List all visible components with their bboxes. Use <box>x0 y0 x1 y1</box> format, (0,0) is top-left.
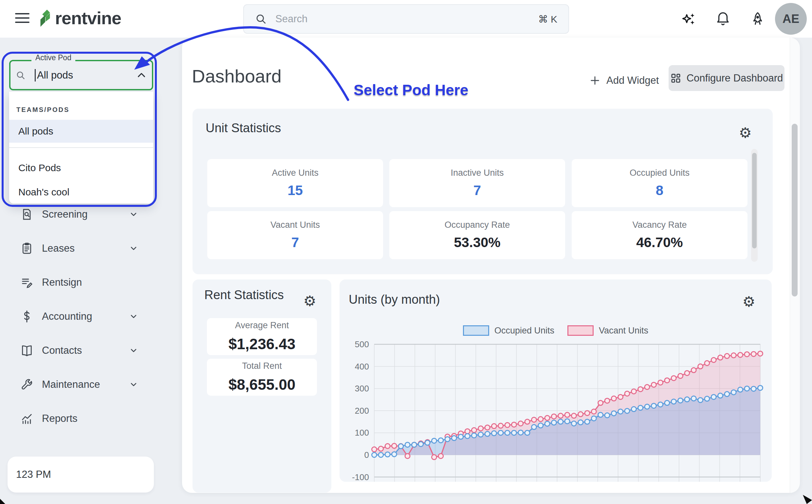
screening-icon <box>20 208 33 221</box>
active-pod-value: All pods <box>37 69 136 81</box>
units-chart-svg: 5004003002001000-100 <box>339 279 772 482</box>
contacts-book-icon <box>20 344 33 357</box>
dropdown-section-header: TEAMS/PODS <box>16 106 69 114</box>
chevron-down-icon <box>129 210 138 219</box>
chart-legend: Occupied Units Vacant Units <box>339 325 772 336</box>
sidebar-item-reports[interactable]: Reports <box>0 407 154 430</box>
top-header: rentvine Search ⌘ K <box>0 0 812 38</box>
legend-swatch-occupied <box>463 325 489 336</box>
card-title: Unit Statistics <box>206 121 281 135</box>
card-title: Rent Statistics <box>204 287 289 302</box>
svg-text:200: 200 <box>355 406 369 416</box>
cursor-fragment-bottom-left <box>0 499 5 504</box>
dashboard-grid-icon <box>670 73 681 84</box>
page-title: Dashboard <box>192 65 281 87</box>
stat-tile-vacancy-rate: Vacancy Rate 46.70% <box>572 211 748 259</box>
logo-text: rentvine <box>55 8 121 28</box>
active-pod-label: Active Pod <box>31 53 75 62</box>
sidebar-item-screening[interactable]: Screening <box>0 203 154 226</box>
dropdown-option-cito-pods[interactable]: Cito Pods <box>9 156 153 179</box>
units-by-month-card: Units (by month) ⚙ 5004003002001000-100 … <box>339 279 772 482</box>
active-pod-combobox[interactable]: All pods <box>9 60 153 90</box>
dropdown-option-all-pods[interactable]: All pods <box>9 120 153 143</box>
stat-tile-occupied-units: Occupied Units 8 <box>572 159 748 207</box>
legend-item-occupied[interactable]: Occupied Units <box>463 325 554 336</box>
search-icon <box>255 13 267 25</box>
chevron-down-icon <box>129 380 138 389</box>
search-shortcut-hint: ⌘ K <box>538 13 557 25</box>
avatar[interactable]: AE <box>775 3 807 35</box>
sidebar-item-rentsign[interactable]: Rentsign <box>0 271 154 294</box>
svg-text:100: 100 <box>355 428 369 438</box>
app: rentvine Search ⌘ K <box>0 0 812 504</box>
clock-text: 123 PM <box>16 469 51 480</box>
gear-icon[interactable]: ⚙ <box>739 126 752 140</box>
stat-tile-average-rent: Average Rent $1,236.43 <box>207 318 317 355</box>
stat-tile-active-units: Active Units 15 <box>207 159 383 207</box>
chevron-down-icon <box>129 346 138 355</box>
sidebar-item-leases[interactable]: Leases <box>0 237 154 260</box>
mouse-cursor-fragment <box>802 494 812 504</box>
clock-widget: 123 PM <box>8 457 154 493</box>
add-widget-button[interactable]: Add Widget <box>589 70 659 91</box>
legend-item-vacant[interactable]: Vacant Units <box>568 325 648 336</box>
rent-statistics-card: Rent Statistics ⚙ Average Rent $1,236.43… <box>192 279 331 493</box>
stat-tile-inactive-units: Inactive Units 7 <box>389 159 565 207</box>
page-scrollbar-thumb[interactable] <box>792 124 798 297</box>
select-pod-annotation-text: Select Pod Here <box>353 81 468 99</box>
chevron-up-icon[interactable] <box>136 70 147 81</box>
sidebar-item-accounting[interactable]: Accounting <box>0 305 154 328</box>
rentvine-logo-mark <box>39 9 52 27</box>
reports-chart-icon <box>20 412 33 425</box>
sidebar-item-maintenance[interactable]: Maintenance <box>0 373 154 396</box>
ai-sparkles-button[interactable] <box>680 10 698 28</box>
dropdown-divider <box>9 147 153 148</box>
maintenance-wrench-icon <box>20 378 33 391</box>
stat-tile-vacant-units: Vacant Units 7 <box>207 211 383 259</box>
svg-text:500: 500 <box>355 339 369 349</box>
stat-tile-total-rent: Total Rent $8,655.00 <box>207 359 317 396</box>
legend-swatch-vacant <box>568 325 594 336</box>
card-scrollbar-thumb[interactable] <box>752 153 757 248</box>
hamburger-menu-icon[interactable] <box>15 13 29 24</box>
global-search[interactable]: Search ⌘ K <box>243 4 569 34</box>
notifications-bell-button[interactable] <box>714 10 732 28</box>
svg-text:300: 300 <box>355 384 369 393</box>
stat-tile-occupancy-rate: Occupancy Rate 53.30% <box>389 211 565 259</box>
svg-text:0: 0 <box>364 450 369 460</box>
dropdown-option-noahs-cool[interactable]: Noah's cool <box>9 181 153 204</box>
avatar-initials: AE <box>783 12 799 26</box>
chevron-down-icon <box>129 244 138 253</box>
gear-icon[interactable]: ⚙ <box>303 294 316 308</box>
leases-icon <box>20 242 33 255</box>
accounting-dollar-icon <box>20 310 33 323</box>
svg-text:400: 400 <box>355 362 369 371</box>
search-placeholder: Search <box>275 13 538 25</box>
active-pod-dropdown: TEAMS/PODS All pods Cito Pods Noah's coo… <box>9 92 153 204</box>
rentsign-icon <box>20 276 33 289</box>
svg-text:-100: -100 <box>352 472 369 482</box>
unit-statistics-card: Unit Statistics ⚙ Active Units 15 Inacti… <box>192 109 773 274</box>
main-content-panel: Dashboard Add Widget Configure Dashboard… <box>182 38 800 493</box>
search-icon <box>16 70 26 80</box>
sidebar-item-contacts[interactable]: Contacts <box>0 339 154 362</box>
configure-dashboard-button[interactable]: Configure Dashboard <box>669 65 785 91</box>
chevron-down-icon <box>129 312 138 321</box>
rocket-button[interactable] <box>749 10 767 28</box>
text-caret <box>35 69 36 81</box>
plus-icon <box>589 75 601 86</box>
rentvine-logo[interactable]: rentvine <box>39 7 121 29</box>
